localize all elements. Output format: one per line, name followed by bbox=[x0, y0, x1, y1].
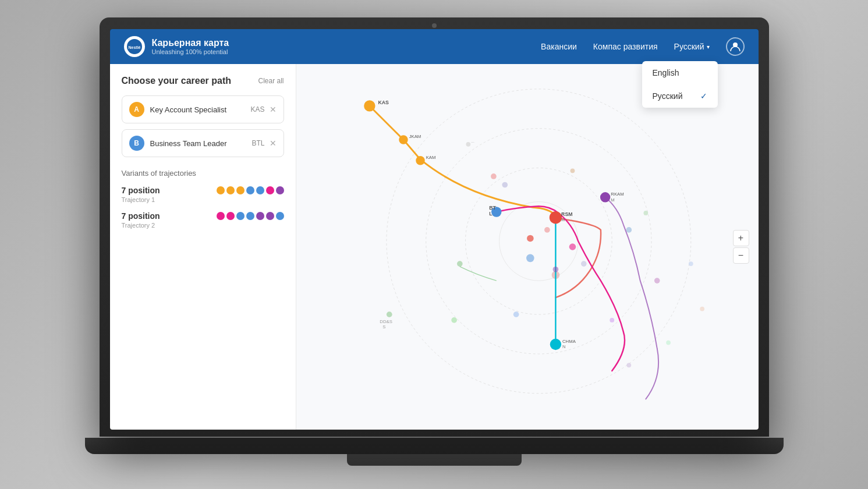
nestle-logo: Nestlé bbox=[124, 36, 145, 57]
svg-point-9 bbox=[626, 227, 632, 233]
svg-point-18 bbox=[610, 318, 614, 323]
career-name-kas: Key Account Specialist bbox=[150, 105, 251, 114]
svg-text:KAM: KAM bbox=[426, 155, 435, 160]
svg-point-34 bbox=[569, 243, 576, 250]
svg-text:RKAM: RKAM bbox=[611, 192, 623, 197]
svg-text:L: L bbox=[489, 211, 493, 217]
vacancies-link[interactable]: Вакансии bbox=[541, 42, 577, 51]
close-btl-icon[interactable]: ✕ bbox=[270, 139, 277, 148]
svg-point-17 bbox=[513, 311, 519, 317]
career-item-kas[interactable]: A Key Account Specialist KAS ✕ bbox=[122, 95, 284, 123]
svg-text:BT: BT bbox=[489, 205, 496, 211]
trajectory-1-label: 7 position bbox=[122, 186, 160, 195]
svg-text:JKAM: JKAM bbox=[409, 134, 421, 139]
node-jkam bbox=[399, 135, 408, 144]
trajectory-2-dots bbox=[217, 212, 284, 220]
language-dropdown: English Русский ✓ bbox=[642, 61, 718, 108]
svg-point-11 bbox=[570, 168, 575, 173]
trajectory-2-label: 7 position bbox=[122, 211, 160, 221]
trajectory-1[interactable]: 7 position bbox=[122, 186, 284, 203]
clear-all-button[interactable]: Clear all bbox=[258, 77, 284, 85]
svg-text:RSM: RSM bbox=[561, 211, 572, 217]
svg-point-32 bbox=[527, 235, 534, 242]
career-name-btl: Business Team Leader bbox=[150, 139, 252, 148]
language-selector[interactable]: Русский ▾ bbox=[674, 42, 710, 51]
node-kam bbox=[416, 156, 424, 165]
check-icon: ✓ bbox=[700, 91, 707, 101]
svg-text:CHMA: CHMA bbox=[562, 339, 576, 344]
node-kas bbox=[364, 100, 375, 111]
current-language: Русский bbox=[674, 42, 704, 51]
lang-option-english[interactable]: English bbox=[642, 61, 718, 84]
svg-point-33 bbox=[544, 227, 550, 233]
zoom-controls: + − bbox=[733, 230, 749, 264]
app-title: Карьерная карта bbox=[152, 38, 229, 48]
svg-point-3 bbox=[386, 89, 690, 394]
career-map-svg: KAS JKAM KAM RSM M bbox=[296, 64, 759, 430]
svg-point-5 bbox=[465, 168, 612, 314]
svg-point-19 bbox=[688, 261, 693, 266]
node-rkam bbox=[600, 192, 610, 202]
app-subtitle: Unleashing 100% potential bbox=[152, 48, 229, 55]
svg-point-4 bbox=[426, 129, 651, 354]
sidebar-title: Choose your career path bbox=[122, 76, 232, 86]
variants-title: Variants of trajectories bbox=[122, 169, 284, 178]
svg-point-7 bbox=[491, 173, 497, 179]
node-chman bbox=[550, 339, 561, 350]
trajectory-2[interactable]: 7 position bbox=[122, 211, 284, 229]
svg-text:M: M bbox=[611, 197, 614, 203]
close-kas-icon[interactable]: ✕ bbox=[270, 105, 277, 114]
app-header: Nestlé Карьерная карта Unleashing 100% p… bbox=[110, 29, 759, 64]
svg-text:S: S bbox=[382, 324, 385, 329]
badge-a: A bbox=[129, 102, 144, 117]
svg-point-8 bbox=[502, 182, 508, 188]
zoom-out-button[interactable]: − bbox=[733, 247, 749, 264]
svg-point-42 bbox=[466, 142, 470, 147]
lang-option-russian[interactable]: Русский ✓ bbox=[642, 84, 718, 108]
svg-point-41 bbox=[386, 311, 392, 317]
node-rsm bbox=[549, 211, 561, 224]
zoom-in-button[interactable]: + bbox=[733, 230, 749, 246]
svg-text:M: M bbox=[561, 217, 565, 222]
svg-point-13 bbox=[456, 261, 462, 267]
svg-text:N: N bbox=[562, 344, 566, 349]
svg-point-12 bbox=[654, 278, 660, 284]
svg-point-10 bbox=[643, 211, 648, 215]
svg-point-20 bbox=[700, 307, 704, 311]
sidebar: Choose your career path Clear all A Key … bbox=[110, 64, 296, 430]
lang-russian-label: Русский bbox=[653, 91, 683, 101]
career-code-kas: KAS bbox=[250, 105, 264, 114]
svg-point-22 bbox=[626, 363, 631, 367]
compass-link[interactable]: Компас развития bbox=[593, 42, 658, 51]
career-code-btl: BTL bbox=[251, 139, 264, 147]
user-icon[interactable] bbox=[726, 37, 745, 56]
svg-point-36 bbox=[552, 267, 558, 272]
career-item-btl[interactable]: B Business Team Leader BTL ✕ bbox=[122, 129, 284, 157]
svg-point-35 bbox=[526, 254, 534, 263]
svg-text:KAS: KAS bbox=[378, 100, 389, 105]
map-area: KAS JKAM KAM RSM M bbox=[296, 64, 759, 430]
svg-text:...: ... bbox=[471, 139, 474, 143]
svg-text:Nestlé: Nestlé bbox=[128, 45, 140, 49]
svg-text:DD&S: DD&S bbox=[380, 319, 392, 324]
trajectory-1-dots bbox=[217, 186, 284, 194]
badge-b: B bbox=[129, 136, 144, 151]
trajectory-2-sub: Trajectory 2 bbox=[122, 222, 284, 229]
svg-point-15 bbox=[580, 261, 586, 267]
svg-point-21 bbox=[666, 341, 671, 345]
lang-english-label: English bbox=[653, 68, 679, 77]
trajectory-1-sub: Trajectory 1 bbox=[122, 196, 284, 203]
svg-point-16 bbox=[451, 317, 457, 323]
chevron-down-icon: ▾ bbox=[707, 44, 710, 50]
